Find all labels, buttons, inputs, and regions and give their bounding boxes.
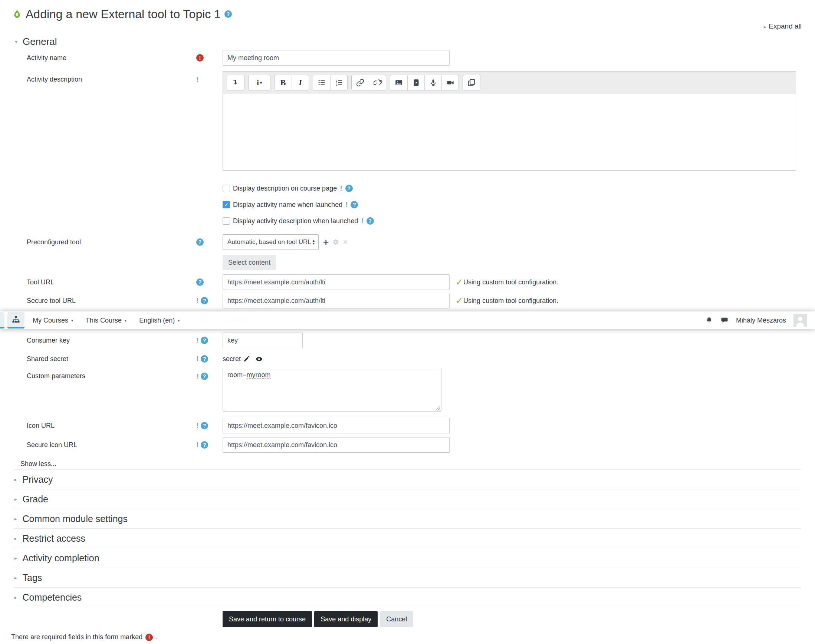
- consumer-key-input[interactable]: [223, 333, 303, 348]
- expand-all-link[interactable]: Expand all: [769, 22, 802, 30]
- help-icon[interactable]: ?: [201, 373, 208, 380]
- toolbar-record-video-icon[interactable]: [441, 75, 458, 90]
- tool-url-status: ✓ Using custom tool configuration.: [455, 277, 558, 287]
- caret-down-icon: ▾: [178, 319, 180, 322]
- user-avatar[interactable]: [793, 314, 807, 327]
- shared-secret-label: Shared secret: [15, 355, 191, 363]
- toolbar-paragraph-style-icon[interactable]: i▾: [249, 75, 270, 90]
- nav-partial-tab[interactable]: [0, 312, 5, 328]
- help-icon[interactable]: ?: [201, 297, 208, 304]
- display-name-launched-checkbox[interactable]: ✓: [223, 201, 230, 209]
- messages-chat-icon[interactable]: [720, 316, 729, 324]
- help-icon[interactable]: ?: [201, 441, 208, 449]
- preconfigured-tool-label: Preconfigured tool: [15, 238, 191, 246]
- section-competencies[interactable]: ▸Competencies: [14, 588, 801, 607]
- show-less-link[interactable]: Show less...: [20, 458, 815, 469]
- textarea-resize-handle[interactable]: [435, 406, 440, 411]
- triangle-right-icon: ▸: [14, 555, 17, 561]
- avatar-person-icon: [793, 314, 807, 327]
- help-icon[interactable]: ?: [201, 422, 208, 429]
- help-icon[interactable]: ?: [345, 185, 353, 192]
- toolbar-media-icon[interactable]: [408, 75, 424, 90]
- nav-item-this-course[interactable]: This Course▾: [86, 317, 126, 324]
- display-name-launched-label: Display activity name when launched: [233, 201, 342, 209]
- toolbar-collapse-icon[interactable]: [227, 75, 244, 90]
- section-common-module-settings[interactable]: ▸Common module settings: [14, 509, 801, 529]
- preconfigured-tool-select[interactable]: Automatic, based on tool URL ▴▾: [223, 234, 319, 250]
- save-return-button[interactable]: Save and return to course: [223, 611, 312, 627]
- toolbar-manage-files-icon[interactable]: [463, 75, 480, 90]
- select-content-button[interactable]: Select content: [223, 255, 276, 270]
- toolbar-unlink-icon[interactable]: [369, 75, 386, 90]
- editor-toolbar: i▾ B I 123: [223, 71, 796, 94]
- advanced-icon: !: [196, 441, 198, 449]
- caret-down-icon: ▾: [125, 319, 126, 322]
- triangle-right-icon: ▸: [14, 536, 17, 541]
- toolbar-bold-icon[interactable]: B: [275, 75, 292, 90]
- form-row-consumer-key: Consumer key !?: [0, 331, 815, 350]
- sticky-navbar: My Courses▾ This Course▾ English (en)▾ M…: [0, 311, 815, 329]
- checkbox-row-display-description-launched: ✓ Display activity description when laun…: [223, 213, 815, 229]
- toolbar-unordered-list-icon[interactable]: [313, 75, 330, 90]
- section-activity-completion[interactable]: ▸Activity completion: [14, 548, 801, 568]
- svg-text:3: 3: [335, 83, 337, 86]
- section-grade[interactable]: ▸Grade: [14, 489, 801, 509]
- icon-url-input[interactable]: [223, 418, 450, 433]
- checkbox-row-display-name-launched: ✓ Display activity name when launched ! …: [223, 196, 815, 213]
- toolbar-ordered-list-icon[interactable]: 123: [330, 75, 347, 90]
- help-icon[interactable]: ?: [196, 238, 204, 246]
- success-check-icon: ✓: [455, 277, 463, 287]
- cancel-button[interactable]: Cancel: [380, 611, 413, 627]
- display-description-launched-label: Display activity description when launch…: [233, 217, 358, 225]
- title-help-icon[interactable]: ?: [225, 11, 232, 18]
- editor-content-area[interactable]: [223, 94, 796, 170]
- form-row-custom-parameters: Custom parameters !? room=myroom: [0, 368, 815, 411]
- activity-description-label: Activity description: [15, 71, 191, 83]
- help-icon[interactable]: ?: [196, 278, 204, 286]
- toolbar-image-icon[interactable]: [390, 75, 408, 90]
- activity-name-input[interactable]: [223, 50, 450, 66]
- page-header: Adding a new External tool to Topic 1 ?: [12, 6, 815, 22]
- tool-url-input[interactable]: [223, 274, 450, 290]
- triangle-right-icon: ▸: [14, 575, 17, 581]
- advanced-icon: !: [196, 422, 198, 430]
- toolbar-italic-icon[interactable]: I: [292, 75, 309, 90]
- required-fields-note: There are required fields in this form m…: [11, 633, 815, 641]
- help-icon[interactable]: ?: [351, 201, 358, 209]
- help-icon[interactable]: ?: [201, 355, 208, 363]
- section-restrict-access[interactable]: ▸Restrict access: [14, 529, 801, 548]
- section-general-header[interactable]: ▾ General: [15, 33, 815, 50]
- secure-tool-url-status: ✓ Using custom tool configuration.: [455, 296, 558, 306]
- nav-item-my-courses[interactable]: My Courses▾: [33, 317, 73, 324]
- tool-url-label: Tool URL: [15, 278, 191, 286]
- help-icon[interactable]: ?: [366, 217, 374, 225]
- navbar-overlap-zone: Launch container !? Default ▴▾ My Course…: [0, 310, 815, 331]
- section-privacy[interactable]: ▸Privacy: [14, 470, 801, 489]
- toolbar-record-audio-icon[interactable]: [424, 75, 441, 90]
- nav-sitemap-tab[interactable]: [8, 312, 25, 328]
- form-row-preconfigured-tool: Preconfigured tool ? Automatic, based on…: [0, 234, 815, 250]
- reveal-eye-icon[interactable]: [255, 355, 263, 363]
- triangle-right-icon: ▸: [764, 24, 766, 30]
- secure-icon-url-input[interactable]: [223, 437, 450, 453]
- toolbar-link-icon[interactable]: [352, 75, 369, 90]
- secure-tool-url-input[interactable]: [223, 293, 450, 308]
- add-tool-icon[interactable]: +: [323, 237, 329, 247]
- save-display-button[interactable]: Save and display: [314, 611, 378, 627]
- display-description-checkbox[interactable]: ✓: [223, 185, 230, 192]
- display-description-launched-checkbox[interactable]: ✓: [223, 217, 230, 225]
- form-row-secure-tool-url: Secure tool URL !? ✓ Using custom tool c…: [0, 291, 815, 310]
- custom-parameters-textarea[interactable]: room=myroom: [223, 368, 441, 411]
- success-check-icon: ✓: [455, 296, 463, 306]
- advanced-icon: !: [196, 372, 198, 380]
- help-icon[interactable]: ?: [201, 337, 208, 344]
- edit-pencil-icon[interactable]: [243, 356, 250, 363]
- notifications-bell-icon[interactable]: [705, 317, 713, 324]
- activity-name-label: Activity name: [15, 54, 191, 62]
- nav-item-language[interactable]: English (en)▾: [139, 317, 180, 324]
- section-tags[interactable]: ▸Tags: [14, 568, 801, 588]
- user-name[interactable]: Mihály Mészáros: [736, 317, 786, 324]
- secure-tool-url-label: Secure tool URL: [15, 297, 191, 305]
- required-icon: !: [145, 633, 153, 641]
- icon-url-label: Icon URL: [15, 422, 191, 430]
